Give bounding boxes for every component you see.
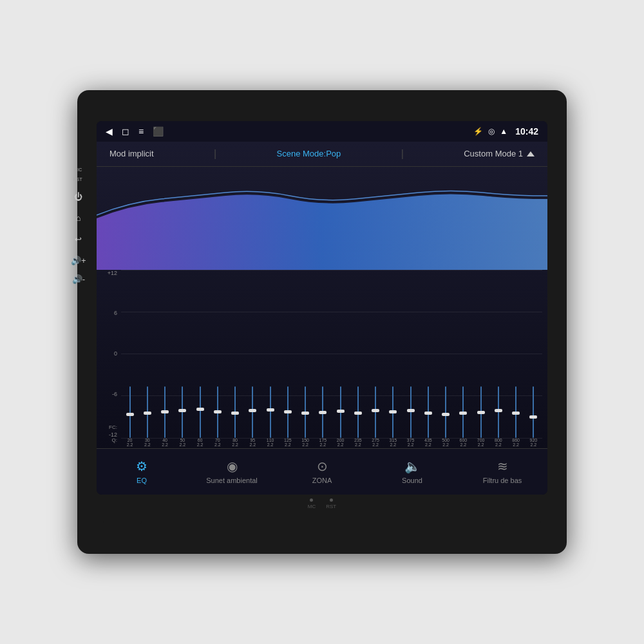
slider-track-800[interactable] (498, 386, 499, 438)
freq-row-275: 2752.2 (367, 438, 384, 447)
tab-sound[interactable]: 🔈 Sound (367, 453, 457, 489)
vol-up-icon[interactable]: 🔊+ (71, 256, 86, 265)
slider-col-110 (261, 386, 279, 438)
slider-col-70 (209, 386, 226, 438)
slider-thumb-375[interactable] (407, 409, 415, 412)
freq-fc-920: 920 (530, 438, 538, 442)
slider-track-110[interactable] (270, 386, 271, 438)
bluetooth-icon: ⚡ (473, 127, 483, 136)
slider-col-235 (349, 386, 366, 438)
power-icon[interactable]: ⏻ (74, 192, 82, 202)
slider-col-800 (489, 386, 507, 438)
freq-q-175: 2.2 (320, 442, 327, 447)
slider-thumb-175[interactable] (319, 411, 327, 414)
freq-q-150: 2.2 (302, 442, 308, 447)
slider-thumb-800[interactable] (495, 409, 502, 412)
tab-eq[interactable]: ⚙ EQ (97, 453, 187, 489)
tab-zona[interactable]: ⊙ ZONA (277, 453, 367, 489)
slider-track-60[interactable] (200, 386, 201, 438)
freq-row-600: 6002.2 (455, 438, 472, 447)
slider-track-150[interactable] (305, 386, 306, 438)
slider-col-275 (367, 386, 384, 438)
slider-thumb-50[interactable] (178, 409, 186, 412)
slider-track-50[interactable] (182, 386, 183, 438)
slider-col-125 (279, 386, 296, 438)
slider-col-30 (138, 386, 156, 438)
wifi-icon: ▲ (500, 127, 507, 136)
ambient-tab-label: Sunet ambiental (206, 477, 258, 484)
back-nav-icon[interactable]: ◀ (106, 126, 113, 137)
slider-track-700[interactable] (480, 386, 482, 438)
slider-thumb-435[interactable] (424, 412, 432, 415)
slider-track-235[interactable] (357, 386, 359, 438)
scene-mode-label[interactable]: Scene Mode:Pop (277, 149, 341, 158)
slider-thumb-275[interactable] (372, 409, 379, 412)
slider-track-80[interactable] (234, 386, 236, 438)
slider-track-315[interactable] (392, 386, 393, 438)
slider-thumb-860[interactable] (512, 412, 520, 415)
slider-thumb-600[interactable] (459, 412, 467, 415)
freq-q-375: 2.2 (408, 442, 414, 447)
slider-track-125[interactable] (287, 386, 289, 438)
freq-q-95: 2.2 (250, 442, 256, 447)
slider-track-175[interactable] (322, 386, 323, 438)
home-nav-icon[interactable]: ◻ (122, 126, 129, 137)
slider-thumb-30[interactable] (144, 412, 151, 415)
slider-thumb-80[interactable] (231, 412, 239, 415)
bottom-dots: MC RST (308, 498, 336, 509)
slider-thumb-40[interactable] (161, 410, 169, 413)
slider-thumb-125[interactable] (284, 410, 292, 413)
slider-track-95[interactable] (252, 386, 253, 438)
freq-q-70: 2.2 (214, 442, 221, 447)
slider-track-40[interactable] (164, 386, 166, 438)
slider-thumb-95[interactable] (249, 409, 256, 412)
menu-nav-icon[interactable]: ≡ (138, 126, 144, 137)
freq-q-80: 2.2 (232, 442, 238, 447)
scale-plus12: +12 (102, 270, 120, 276)
slider-track-435[interactable] (428, 386, 429, 438)
slider-thumb-500[interactable] (442, 413, 450, 416)
slider-thumb-110[interactable] (267, 408, 274, 412)
slider-thumb-20[interactable] (126, 413, 134, 416)
slider-track-70[interactable] (217, 386, 218, 438)
tab-ambient[interactable]: ◉ Sunet ambiental (187, 453, 277, 489)
tab-bass[interactable]: ≋ Filtru de bas (457, 453, 547, 489)
slider-track-920[interactable] (533, 386, 534, 438)
freq-row-50: 502.2 (174, 438, 191, 447)
freq-q-920: 2.2 (531, 442, 537, 447)
slider-track-30[interactable] (147, 386, 148, 438)
mode-left-label[interactable]: Mod implicit (109, 149, 154, 158)
slider-track-600[interactable] (462, 386, 464, 438)
slider-track-200[interactable] (340, 386, 341, 438)
custom-mode[interactable]: Custom Mode 1 (464, 149, 535, 158)
slider-col-200 (332, 386, 349, 438)
dropdown-icon (527, 151, 535, 156)
slider-thumb-235[interactable] (354, 412, 362, 415)
slider-thumb-150[interactable] (301, 412, 309, 415)
freq-q-315: 2.2 (390, 442, 397, 447)
slider-col-920 (525, 386, 542, 438)
slider-thumb-700[interactable] (477, 411, 485, 414)
slider-thumb-200[interactable] (337, 410, 345, 413)
slider-track-500[interactable] (445, 386, 446, 438)
slider-col-600 (455, 386, 472, 438)
slider-track-20[interactable] (129, 386, 131, 438)
freq-row-315: 3152.2 (384, 438, 402, 447)
slider-track-860[interactable] (515, 386, 516, 438)
freq-row-860: 8602.2 (507, 438, 525, 447)
slider-thumb-920[interactable] (529, 415, 537, 419)
home-icon[interactable]: ⌂ (76, 213, 81, 223)
rst-label: RST (73, 177, 82, 182)
slider-col-175 (314, 386, 332, 438)
slider-thumb-60[interactable] (196, 408, 204, 411)
q-row-label: Q: (102, 437, 120, 443)
back-icon[interactable]: ↩ (75, 234, 82, 244)
slider-col-315 (384, 386, 402, 438)
vol-down-icon[interactable]: 🔊- (72, 274, 85, 284)
recent-nav-icon[interactable]: ⬛ (153, 126, 164, 137)
slider-track-275[interactable] (375, 386, 376, 438)
freq-fc-70: 70 (215, 438, 220, 442)
slider-thumb-70[interactable] (214, 410, 222, 413)
slider-track-375[interactable] (410, 386, 412, 438)
slider-thumb-315[interactable] (389, 410, 397, 413)
